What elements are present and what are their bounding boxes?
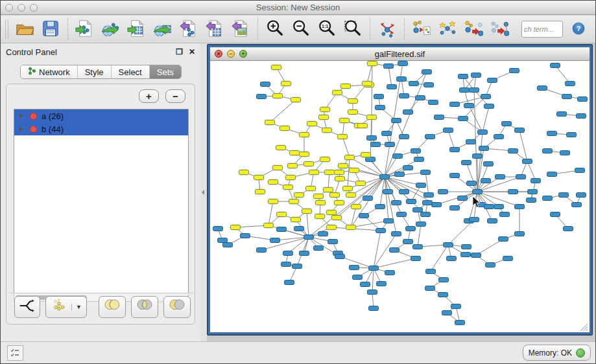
network-node[interactable]: [289, 199, 299, 204]
set-list-item[interactable]: b (44): [14, 122, 188, 135]
export-image-button[interactable]: [228, 17, 254, 41]
network-node[interactable]: [424, 83, 434, 87]
network-node[interactable]: [264, 223, 274, 228]
collapse-panel-icon[interactable]: [202, 190, 204, 195]
network-node[interactable]: [270, 238, 280, 243]
new-network-from-selection-button[interactable]: [409, 17, 435, 41]
network-node[interactable]: [435, 115, 444, 120]
network-node[interactable]: [478, 130, 488, 135]
network-node[interactable]: [494, 135, 504, 139]
network-node[interactable]: [286, 176, 296, 180]
remove-set-button[interactable]: −: [165, 89, 185, 103]
network-node[interactable]: [411, 149, 421, 154]
network-node[interactable]: [575, 168, 585, 173]
network-node[interactable]: [223, 243, 233, 247]
network-node[interactable]: [413, 208, 423, 212]
network-node[interactable]: [382, 131, 392, 136]
help-button[interactable]: ?: [566, 17, 591, 41]
network-node[interactable]: [450, 148, 460, 152]
import-table-from-web-button[interactable]: [150, 17, 176, 41]
network-node[interactable]: [304, 162, 314, 166]
network-node[interactable]: [508, 149, 518, 154]
network-node[interactable]: [416, 222, 426, 227]
zoom-in-button[interactable]: [262, 17, 288, 41]
network-node[interactable]: [499, 237, 508, 242]
network-node[interactable]: [488, 219, 497, 223]
network-node[interactable]: [332, 216, 342, 220]
network-node[interactable]: [451, 304, 461, 309]
network-node[interactable]: [325, 170, 335, 175]
network-node[interactable]: [346, 225, 356, 230]
network-node[interactable]: [390, 248, 399, 253]
network-node[interactable]: [291, 98, 301, 102]
network-node[interactable]: [340, 119, 350, 123]
network-node[interactable]: [316, 201, 326, 205]
network-node[interactable]: [280, 126, 290, 131]
network-node[interactable]: [481, 179, 491, 183]
network-node[interactable]: [367, 136, 377, 141]
tab-network[interactable]: Network: [21, 65, 78, 78]
network-node[interactable]: [348, 110, 358, 115]
union-button[interactable]: [99, 296, 126, 318]
network-node[interactable]: [322, 128, 332, 133]
network-node[interactable]: [523, 159, 532, 164]
network-node[interactable]: [327, 210, 337, 215]
network-node[interactable]: [416, 96, 425, 100]
network-node[interactable]: [300, 251, 309, 256]
network-node[interactable]: [564, 227, 573, 231]
network-node[interactable]: [403, 240, 413, 244]
network-node[interactable]: [384, 219, 394, 223]
network-node[interactable]: [500, 212, 510, 217]
network-node[interactable]: [352, 205, 361, 209]
network-node[interactable]: [361, 153, 371, 157]
network-node[interactable]: [551, 212, 560, 217]
network-node[interactable]: [547, 172, 557, 177]
network-node[interactable]: [455, 321, 465, 325]
network-node[interactable]: [403, 110, 413, 115]
network-node[interactable]: [302, 209, 312, 214]
network-node[interactable]: [444, 243, 453, 247]
network-node[interactable]: [369, 306, 379, 311]
network-node[interactable]: [484, 104, 494, 109]
network-node[interactable]: [578, 97, 588, 102]
network-node[interactable]: [424, 193, 434, 198]
network-node[interactable]: [341, 84, 351, 89]
network-node[interactable]: [309, 170, 319, 175]
network-node[interactable]: [257, 95, 267, 99]
network-node[interactable]: [432, 203, 442, 207]
network-node[interactable]: [411, 256, 421, 261]
network-node[interactable]: [515, 232, 525, 236]
network-node[interactable]: [460, 88, 470, 93]
import-network-from-web-button[interactable]: [98, 17, 124, 41]
network-node[interactable]: [327, 225, 337, 230]
network-node[interactable]: [450, 174, 460, 178]
network-node[interactable]: [291, 218, 301, 222]
network-node[interactable]: [261, 82, 270, 87]
network-node[interactable]: [281, 262, 291, 267]
network-node[interactable]: [335, 177, 345, 181]
network-node[interactable]: [450, 206, 460, 210]
network-node[interactable]: [393, 154, 403, 159]
network-node[interactable]: [328, 240, 338, 244]
network-node[interactable]: [374, 95, 384, 99]
create-set-from-selection-button[interactable]: ▼: [45, 296, 87, 318]
resize-grip-icon[interactable]: [580, 324, 588, 331]
network-node[interactable]: [276, 146, 286, 150]
expand-arrow-icon[interactable]: [19, 113, 23, 119]
intersection-button[interactable]: [131, 296, 158, 318]
network-node[interactable]: [256, 190, 265, 194]
network-node[interactable]: [320, 157, 330, 162]
network-node[interactable]: [527, 198, 536, 203]
network-node[interactable]: [462, 245, 471, 249]
network-node[interactable]: [283, 251, 293, 256]
network-node[interactable]: [367, 115, 377, 120]
panel-splitter[interactable]: [200, 43, 207, 341]
network-node[interactable]: [577, 193, 586, 198]
network-node[interactable]: [515, 128, 525, 133]
network-window[interactable]: × − + galFiltered.sif: [207, 44, 593, 336]
network-node[interactable]: [343, 187, 353, 191]
network-node[interactable]: [466, 140, 476, 144]
network-node[interactable]: [272, 65, 281, 70]
network-node[interactable]: [444, 128, 453, 133]
network-node[interactable]: [361, 282, 370, 287]
